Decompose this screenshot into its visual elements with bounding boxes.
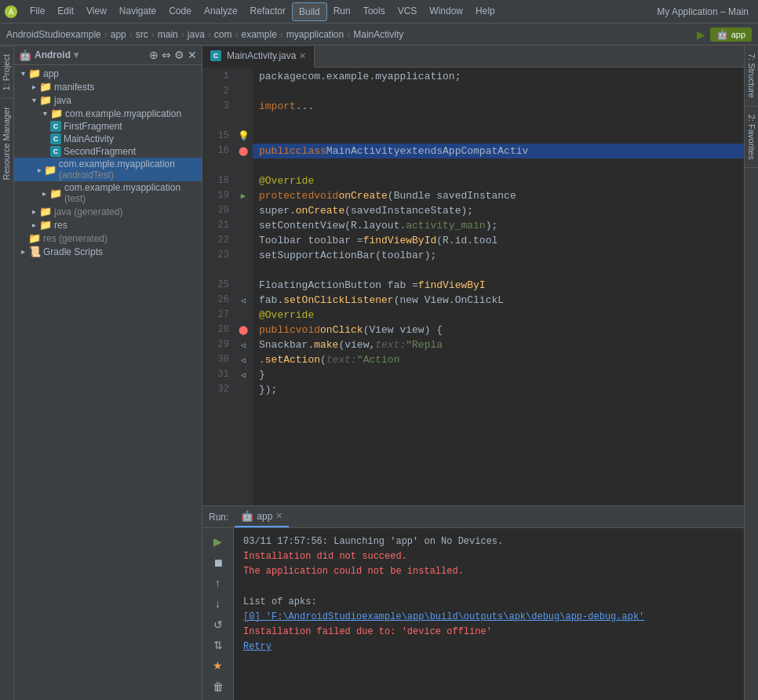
run-clear-button[interactable]: 🗑 [209, 678, 228, 695]
code-line-30: .setAction( text: "Action [253, 352, 744, 367]
close-icon[interactable]: ✕ [188, 49, 197, 61]
code-gutter: 💡 ⬤ ▶ ◁ [234, 67, 253, 505]
menu-refactor[interactable]: Refactor [244, 2, 292, 21]
sidebar-tab-project[interactable]: 1: Project [0, 46, 13, 98]
bc-com[interactable]: com [214, 29, 232, 40]
breadcrumb: AndroidStudioexample › app › src › main … [0, 24, 758, 46]
settings-icon[interactable]: ⚙ [174, 49, 184, 61]
code-editor[interactable]: 1 2 3 4 15 16 17 18 19 20 21 22 23 24 25… [202, 67, 744, 505]
expand-icon: ▸ [17, 247, 28, 256]
menu-navigate[interactable]: Navigate [113, 2, 162, 21]
code-content[interactable]: package com.example.myapplication; impor… [253, 67, 744, 505]
run-button[interactable]: 🤖 app [710, 27, 752, 42]
svg-text:A: A [9, 8, 14, 16]
folder-icon: 📁 [44, 164, 56, 176]
run-rerun-button[interactable]: ↺ [209, 616, 228, 633]
bc-app[interactable]: app [111, 29, 126, 40]
dropdown-icon[interactable]: ▾ [74, 49, 78, 60]
sidebar-tab-resource-manager[interactable]: Resource Manager [0, 98, 13, 188]
bc-mainactivity[interactable]: MainActivity [353, 29, 403, 40]
menu-window[interactable]: Window [423, 2, 469, 21]
breakpoint-icon[interactable]: ⬤ [239, 325, 248, 335]
code-line-20: super.onCreate(savedInstanceState); [253, 203, 744, 218]
run-content: ▶ ⏹ ↑ ↓ ↺ ⇅ ★ 🗑 03/11 17:57:56: Launchin… [202, 528, 744, 700]
run-play-button[interactable]: ▶ [209, 533, 228, 550]
tree-item-com-androidtest[interactable]: ▸ 📁 com.example.myapplication (androidTe… [14, 158, 202, 181]
bc-src[interactable]: src [136, 29, 148, 40]
run-output-line-7: Installation failed due to: 'device offl… [243, 625, 734, 640]
bc-main[interactable]: main [158, 29, 178, 40]
project-title: 🤖 Android ▾ [19, 49, 146, 61]
run-pin-button[interactable]: ★ [209, 657, 228, 674]
run-output-apk-path[interactable]: [0] 'F:\AndroidStudioexample\app\build\o… [243, 610, 734, 625]
run-retry-link[interactable]: Retry [243, 640, 734, 654]
run-stop-button[interactable]: ⏹ [209, 553, 228, 571]
bulb-icon[interactable]: 💡 [238, 130, 250, 142]
collapse-icon[interactable]: ⇔ [162, 49, 171, 61]
folder-icon: 📁 [28, 67, 41, 79]
tree-item-second-fragment[interactable]: C SecondFragment [14, 145, 202, 158]
tree-item-java[interactable]: ▾ 📁 java [14, 93, 202, 107]
tree-item-java-generated[interactable]: ▸ 📁 java (generated) [14, 205, 202, 218]
folder-icon: 📁 [39, 94, 52, 106]
expand-icon: ▾ [17, 69, 28, 78]
tree-label: app [43, 68, 59, 79]
folder-icon: 📁 [50, 108, 63, 119]
tree-item-com-main[interactable]: ▾ 📁 com.example.myapplication [14, 107, 202, 120]
sidebar-tab-structure[interactable]: 7: Structure [745, 46, 758, 107]
expand-icon: ▾ [39, 109, 50, 118]
folder-icon: 📁 [39, 81, 52, 93]
tree-item-manifests[interactable]: ▸ 📁 manifests [14, 80, 202, 93]
tree-item-gradle-scripts[interactable]: ▸ 📜 Gradle Scripts [14, 245, 202, 258]
run-tab-close-icon[interactable]: ✕ [275, 511, 282, 521]
run-scroll-down-button[interactable]: ↓ [209, 595, 228, 612]
code-line-24 [253, 263, 744, 278]
sidebar-tab-favorites[interactable]: 2: Favorites [745, 107, 758, 168]
code-line-21: setContentView(R.layout.activity_main); [253, 218, 744, 233]
run-tab-android-icon: 🤖 [241, 510, 253, 522]
run-label: app [731, 30, 745, 39]
menu-help[interactable]: Help [469, 2, 501, 21]
arrow-gutter-icon: ◁ [241, 296, 246, 305]
code-line-18: @Override [253, 173, 744, 188]
bc-java[interactable]: java [188, 29, 205, 40]
menu-file[interactable]: File [24, 2, 51, 21]
menu-items: File Edit View Navigate Code Analyze Ref… [24, 2, 657, 21]
bc-myapp[interactable]: myapplication [286, 29, 344, 40]
run-scroll-up-button[interactable]: ↑ [209, 574, 228, 592]
tab-close-icon[interactable]: ✕ [299, 51, 306, 61]
menu-edit[interactable]: Edit [51, 2, 80, 21]
right-sidebar: 7: Structure 2: Favorites [744, 46, 758, 700]
menu-vcs[interactable]: VCS [392, 2, 424, 21]
tree-label: res [54, 220, 67, 231]
bc-example[interactable]: example [241, 29, 276, 40]
tree-item-com-test[interactable]: ▸ 📁 com.example.myapplication (test) [14, 181, 202, 205]
run-gutter-icon[interactable]: ▶ [241, 191, 246, 201]
run-tab-app[interactable]: 🤖 app ✕ [235, 506, 289, 527]
menu-view[interactable]: View [80, 2, 113, 21]
expand-icon: ▸ [38, 189, 49, 198]
tree-label: manifests [54, 82, 94, 93]
bc-project[interactable]: AndroidStudioexample [6, 29, 101, 40]
folder-icon: 📁 [49, 188, 62, 199]
menu-tools[interactable]: Tools [357, 2, 392, 21]
sync-icon[interactable]: ⊕ [149, 49, 159, 61]
code-line-15 [253, 129, 744, 144]
code-line-22: Toolbar toolbar = findViewById(R.id.tool [253, 233, 744, 248]
run-tab-name: app [257, 511, 272, 522]
menu-build[interactable]: Build [292, 2, 327, 21]
tree-item-res[interactable]: ▸ 📁 res [14, 218, 202, 232]
tree-label: java [54, 95, 71, 106]
menu-run[interactable]: Run [327, 2, 357, 21]
menu-analyze[interactable]: Analyze [198, 2, 244, 21]
tree-item-res-generated[interactable]: 📁 res (generated) [14, 232, 202, 245]
run-android-icon: 🤖 [716, 29, 728, 40]
project-panel: 🤖 Android ▾ ⊕ ⇔ ⚙ ✕ ▾ 📁 app ▸ [14, 46, 202, 700]
run-sort-button[interactable]: ⇅ [209, 636, 228, 654]
editor-tab-mainactivity[interactable]: C MainActivity.java ✕ [202, 46, 315, 67]
tree-item-main-activity[interactable]: C MainActivity [14, 133, 202, 145]
code-line-23: setSupportActionBar(toolbar); [253, 248, 744, 263]
menu-code[interactable]: Code [162, 2, 198, 21]
tree-item-first-fragment[interactable]: C FirstFragment [14, 120, 202, 133]
tree-item-app[interactable]: ▾ 📁 app [14, 67, 202, 80]
